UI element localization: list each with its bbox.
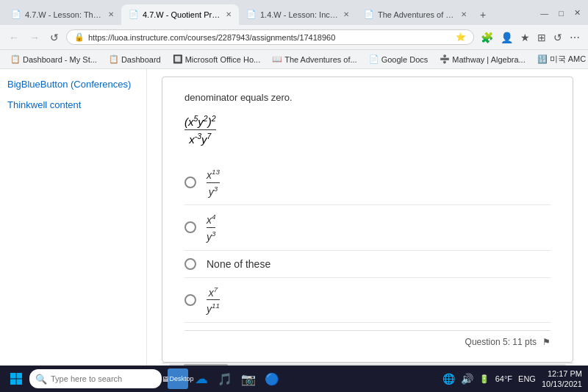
taskbar: 🔍 🖥 Desktop ☁ 🎵 📷 🔵 🌐 🔊 🔋 64°F ENG 12:17… [0,366,588,392]
question-text: denominator equals zero. [184,92,551,103]
taskbar-apps: 🖥 Desktop ☁ 🎵 📷 🔵 [168,368,282,389]
refresh-page-icon[interactable]: ↺ [551,30,564,45]
bookmark-dashboard-favicon: 📋 [109,54,119,64]
tab-bar: 📄 4.7.W - Lesson: The United Stat... ✕ 📄… [0,0,588,25]
math-fraction-display: (x5y2)2 x-3y7 [184,133,216,146]
tab-2-close[interactable]: ✕ [226,10,232,18]
forward-button[interactable]: → [26,30,43,45]
tab-2-favicon: 📄 [129,10,139,20]
bookmark-office-label: Microsoft Office Ho... [185,55,261,64]
tab-4-close[interactable]: ✕ [461,10,467,18]
bookmark-dashboard-my[interactable]: 📋 Dashboard - My St... [6,54,101,65]
bookmark-mathway-favicon: ➗ [440,54,450,64]
sidebar-link-thinkwell[interactable]: Thinkwell content [7,99,139,112]
choice-d-label: x7 y11 [207,285,220,315]
svg-rect-2 [10,379,16,385]
refresh-button[interactable]: ↺ [47,30,62,45]
bookmark-amc-korean-label: 미국 AMC 수학 경... [550,54,588,65]
back-button[interactable]: ← [6,30,22,45]
bookmark-tom-sawyer[interactable]: 📖 The Adventures of... [268,54,361,65]
bookmark-dashboard-label: Dashboard [121,55,161,64]
bookmark-tom-sawyer-label: The Adventures of... [284,55,356,64]
taskbar-search-input[interactable] [51,374,156,383]
taskbar-app-3[interactable]: 🎵 [215,368,235,389]
volume-icon[interactable]: 🔊 [461,373,473,385]
toolbar-icons: 🧩 👤 ★ ⊞ ↺ ⋯ [478,30,582,45]
battery-icon: 🔋 [479,374,490,384]
choice-b-label: x4 y3 [207,213,215,242]
bookmark-mathway-label: Mathway | Algebra... [452,55,525,64]
tab-1-close[interactable]: ✕ [108,10,114,18]
tab-4-label: The Adventures of Tom Sawyer ... [378,10,456,19]
tab-3-label: 1.4.W - Lesson: Incorporating Th... [260,10,339,19]
bookmark-dashboard-my-label: Dashboard - My St... [23,55,97,64]
bookmark-amc-korean[interactable]: 🔢 미국 AMC 수학 경... [533,53,588,65]
question-footer: Question 5: 11 pts ⚑ [184,330,551,347]
temperature-display: 64°F [495,374,512,383]
collections-icon[interactable]: ⊞ [535,30,548,45]
question-prefix: denominator equals zero. [184,92,293,103]
radio-d[interactable] [184,294,196,306]
language-display: ENG [518,374,536,383]
maximize-button[interactable]: □ [555,9,567,18]
taskbar-desktop-button[interactable]: 🖥 Desktop [168,368,188,389]
profile-icon[interactable]: 👤 [498,30,515,45]
url-text: https://luoa.instructure.com/courses/228… [88,33,452,42]
radio-c[interactable] [184,258,196,270]
desktop-icon: 🖥 [162,375,169,383]
bookmark-mathway[interactable]: ➗ Mathway | Algebra... [435,54,529,65]
tab-4[interactable]: 📄 The Adventures of Tom Sawyer ... ✕ [356,4,474,25]
taskbar-right: 🌐 🔊 🔋 64°F ENG 12:17 PM 10/13/2021 [442,368,582,390]
choice-a-label: x13 y3 [207,168,220,197]
tab-2-label: 4.7.W - Quotient Properties of E... [143,10,221,19]
taskbar-app-5[interactable]: 🔵 [262,368,282,389]
address-bar: ← → ↺ 🔒 https://luoa.instructure.com/cou… [0,25,588,50]
close-button[interactable]: ✕ [570,8,584,18]
bookmark-tom-sawyer-favicon: 📖 [272,54,282,64]
tab-2[interactable]: 📄 4.7.W - Quotient Properties of E... ✕ [121,4,239,25]
windows-logo-icon [10,372,23,385]
extensions-icon[interactable]: 🧩 [478,30,495,45]
radio-b[interactable] [184,221,196,233]
taskbar-search-icon: 🔍 [35,374,47,385]
url-bar[interactable]: 🔒 https://luoa.instructure.com/courses/2… [66,29,474,45]
tab-3-close[interactable]: ✕ [343,10,349,18]
new-tab-button[interactable]: + [474,6,492,24]
choice-b: x4 y3 [184,205,551,250]
settings-icon[interactable]: ⋯ [567,30,582,45]
bookmark-office[interactable]: 🔲 Microsoft Office Ho... [168,54,265,65]
window-controls: — □ ✕ [537,8,584,21]
taskbar-clock: 12:17 PM 10/13/2021 [542,368,582,390]
question-area: denominator equals zero. (x5y2)2 x-3y7 [162,76,573,363]
bookmark-dashboard[interactable]: 📋 Dashboard [104,54,165,65]
bookmark-google-docs[interactable]: 📄 Google Docs [365,54,433,65]
choice-c: None of these [184,251,551,278]
taskbar-date-display: 10/13/2021 [542,379,582,389]
bookmark-office-favicon: 🔲 [173,54,183,64]
bookmark-google-docs-label: Google Docs [381,55,429,64]
sidebar-link-bigbluebutton[interactable]: BigBlueButton (Conferences) [7,78,139,91]
sidebar: BigBlueButton (Conferences) Thinkwell co… [0,69,147,366]
choice-d: x7 y11 [184,278,551,323]
radio-a[interactable] [184,177,196,188]
tab-1-label: 4.7.W - Lesson: The United Stat... [25,10,104,19]
tab-4-favicon: 📄 [364,10,374,20]
flag-icon[interactable]: ⚑ [542,337,551,347]
favorites-icon[interactable]: ★ [518,30,532,45]
question-points: Question 5: 11 pts [465,337,537,347]
taskbar-search-box[interactable]: 🔍 [29,369,162,388]
minimize-button[interactable]: — [537,9,552,18]
answer-choices: x13 y3 [184,160,551,323]
svg-rect-1 [17,373,23,379]
taskbar-onedrive[interactable]: ☁ [191,368,212,389]
taskbar-app-4[interactable]: 📷 [238,368,259,389]
quiz-container: denominator equals zero. (x5y2)2 x-3y7 [147,69,588,366]
bookmarks-bar: 📋 Dashboard - My St... 📋 Dashboard 🔲 Mic… [0,50,588,69]
start-button[interactable] [6,368,26,389]
svg-rect-3 [17,379,23,385]
tab-3[interactable]: 📄 1.4.W - Lesson: Incorporating Th... ✕ [239,4,356,25]
desktop-label: Desktop [169,375,193,382]
tab-1[interactable]: 📄 4.7.W - Lesson: The United Stat... ✕ [4,4,121,25]
taskbar-time-display: 12:17 PM [542,368,582,379]
network-icon[interactable]: 🌐 [442,373,455,385]
